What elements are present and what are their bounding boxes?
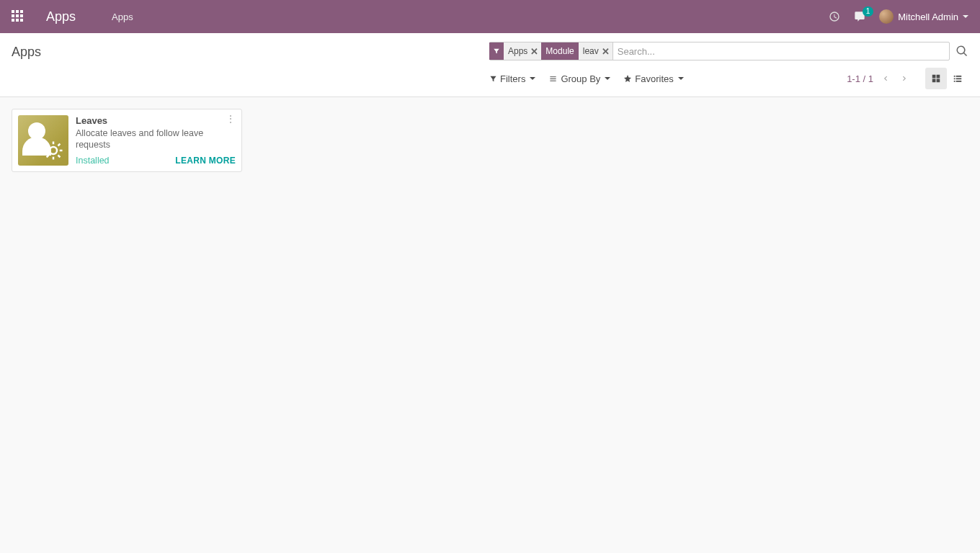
nav-menu-apps[interactable]: Apps <box>112 12 133 22</box>
svg-line-5 <box>47 144 49 146</box>
filter-icon <box>489 75 497 83</box>
brand-title: Apps <box>46 9 76 24</box>
pager-next-button[interactable] <box>898 71 911 86</box>
control-panel: Apps Apps ✕ Module <box>0 33 980 97</box>
search-facet-apps: Apps ✕ <box>489 42 542 60</box>
learn-more-button[interactable]: LEARN MORE <box>175 156 236 166</box>
search-facet-module: Module leav ✕ <box>541 42 612 60</box>
pager-text: 1-1 / 1 <box>847 73 873 84</box>
activity-clock-icon[interactable] <box>829 11 840 22</box>
facet-value: Apps <box>508 46 527 56</box>
kanban-icon <box>931 73 941 84</box>
card-status: Installed <box>76 156 110 166</box>
top-navbar: Apps Apps 1 Mitchell Admin <box>0 0 980 33</box>
facet-remove-icon[interactable]: ✕ <box>530 46 538 57</box>
user-name: Mitchell Admin <box>898 12 958 22</box>
facet-value: leav <box>583 46 599 56</box>
svg-point-0 <box>50 147 57 154</box>
chevron-down-icon <box>530 77 535 80</box>
view-list-button[interactable] <box>947 68 968 89</box>
filters-button[interactable]: Filters <box>489 73 535 84</box>
search-input[interactable] <box>613 46 949 57</box>
user-menu[interactable]: Mitchell Admin <box>879 9 968 24</box>
svg-line-7 <box>47 156 49 158</box>
favorites-button[interactable]: Favorites <box>623 73 683 84</box>
groupby-button[interactable]: Group By <box>548 73 610 84</box>
svg-line-6 <box>58 156 61 158</box>
chevron-down-icon <box>963 15 968 18</box>
card-description: Allocate leaves and follow leave request… <box>76 127 236 151</box>
chevron-down-icon <box>678 77 684 80</box>
app-card-leaves[interactable]: ⋮ Leaves Allocate leaves and follow leav… <box>12 109 242 172</box>
list-icon <box>952 73 963 84</box>
svg-line-8 <box>58 144 61 146</box>
view-kanban-button[interactable] <box>925 68 947 89</box>
apps-launcher-icon[interactable] <box>12 10 24 23</box>
chevron-down-icon <box>605 77 610 80</box>
messaging-badge: 1 <box>863 6 874 17</box>
page-title: Apps <box>12 42 41 60</box>
card-title: Leaves <box>76 115 236 126</box>
list-icon <box>548 75 558 83</box>
kanban-view: ⋮ Leaves Allocate leaves and follow leav… <box>0 97 980 184</box>
module-icon <box>18 115 68 166</box>
filter-icon <box>489 42 504 60</box>
facet-label: Module <box>541 42 578 60</box>
star-icon <box>623 74 632 83</box>
card-menu-icon[interactable]: ⋮ <box>226 114 236 124</box>
search-icon[interactable] <box>956 45 968 58</box>
search-bar[interactable]: Apps ✕ Module leav ✕ <box>489 42 950 60</box>
facet-remove-icon[interactable]: ✕ <box>602 46 610 57</box>
avatar <box>879 9 894 24</box>
pager-prev-button[interactable] <box>879 71 892 86</box>
messaging-icon[interactable]: 1 <box>853 11 866 22</box>
